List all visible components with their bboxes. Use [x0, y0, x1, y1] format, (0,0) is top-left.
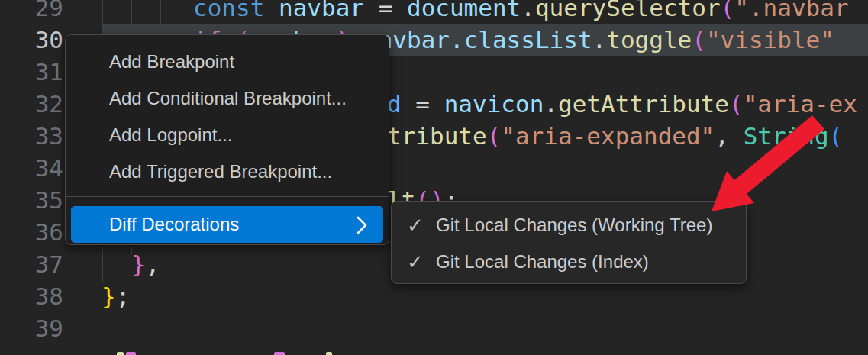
menu-item-add-logpoint[interactable]: Add Logpoint... [71, 117, 383, 153]
code-token: . [592, 26, 607, 53]
clipped-next-line-glyph [274, 352, 285, 355]
indent-guide [102, 247, 103, 283]
checkmark-icon: ✓ [407, 207, 433, 244]
clipped-next-line-glyph [126, 352, 136, 355]
code-token: ( [829, 122, 844, 150]
code-token: , [715, 122, 743, 150]
indent-guide [160, 0, 161, 34]
code-token: getAttribute [558, 90, 729, 118]
line-number-30[interactable]: 30 [0, 24, 63, 56]
code-token: d [387, 90, 415, 118]
code-token: ; [116, 282, 131, 310]
line-number-38[interactable]: 38 [0, 280, 63, 312]
code-token: document [407, 0, 521, 21]
submenu-chevron-icon [356, 215, 368, 235]
line-number-35[interactable]: 35 [0, 184, 63, 216]
indent-guide [131, 0, 132, 34]
code-token: = [379, 0, 407, 21]
submenu-item-git-local-changes-index[interactable]: ✓Git Local Changes (Index) [397, 244, 741, 280]
code-token: toggle [606, 26, 692, 53]
code-token: "visible" [706, 26, 834, 53]
code-token: const [193, 0, 279, 21]
code-token: ".navbar [734, 0, 848, 21]
code-token: navicon [444, 90, 544, 118]
code-token: ( [729, 90, 744, 118]
submenu-item-label: Git Local Changes (Index) [436, 244, 649, 280]
menu-item-add-triggered-breakpoint[interactable]: Add Triggered Breakpoint... [71, 153, 383, 190]
menu-item-add-breakpoint[interactable]: Add Breakpoint [71, 44, 383, 80]
code-token: "aria-expanded" [501, 122, 715, 150]
code-token: navbar [279, 0, 379, 21]
editor-gutter[interactable]: 2930313233343536373839 [0, 0, 63, 355]
code-token: . [521, 0, 535, 21]
line-number-37[interactable]: 37 [0, 248, 63, 280]
code-token: } [102, 282, 116, 310]
line-number-33[interactable]: 33 [0, 120, 63, 152]
gutter-context-menu: Add BreakpointAdd Conditional Breakpoint… [65, 34, 389, 245]
menu-item-diff-decorations[interactable]: Diff Decorations [71, 206, 383, 243]
line-number-32[interactable]: 32 [0, 88, 63, 120]
code-token: = [415, 90, 444, 118]
line-number-34[interactable]: 34 [0, 152, 63, 184]
code-token: "aria-ex [744, 90, 857, 118]
code-line-38[interactable]: }; [102, 280, 130, 312]
submenu-item-git-local-changes-working-tree[interactable]: ✓Git Local Changes (Working Tree) [397, 207, 741, 244]
code-line-29[interactable]: const navbar = document.querySelector(".… [193, 0, 849, 24]
code-token: querySelector [535, 0, 721, 21]
line-number-36[interactable]: 36 [0, 216, 63, 248]
code-token: ( [487, 122, 502, 150]
indent-guide [102, 0, 103, 34]
clipped-next-line-glyph [326, 352, 332, 355]
code-token: . [544, 90, 558, 118]
code-token: } [131, 250, 146, 278]
menu-item-label: Diff Decorations [109, 214, 239, 234]
menu-separator [66, 196, 389, 197]
code-token: , [146, 250, 160, 278]
code-token: tribute [387, 122, 487, 150]
checkmark-icon: ✓ [407, 244, 433, 280]
code-line-37[interactable]: }, [131, 248, 160, 280]
code-line-32[interactable]: d = navicon.getAttribute("aria-ex [387, 88, 857, 120]
code-token: String [744, 122, 829, 150]
line-number-31[interactable]: 31 [0, 56, 63, 88]
code-line-33[interactable]: tribute("aria-expanded", String( [387, 120, 843, 152]
vscode-editor-screenshot: const navbar = document.querySelector(".… [0, 0, 868, 355]
line-number-29[interactable]: 29 [0, 0, 63, 24]
code-token: .classList [450, 26, 592, 53]
code-token: ( [692, 26, 706, 53]
diff-decorations-submenu: ✓Git Local Changes (Working Tree)✓Git Lo… [391, 201, 747, 284]
code-token: ( [721, 0, 735, 21]
line-number-39[interactable]: 39 [0, 312, 63, 344]
submenu-item-label: Git Local Changes (Working Tree) [436, 207, 712, 244]
menu-item-add-conditional-breakpoint[interactable]: Add Conditional Breakpoint... [71, 80, 383, 117]
clipped-next-line-glyph [117, 352, 124, 355]
